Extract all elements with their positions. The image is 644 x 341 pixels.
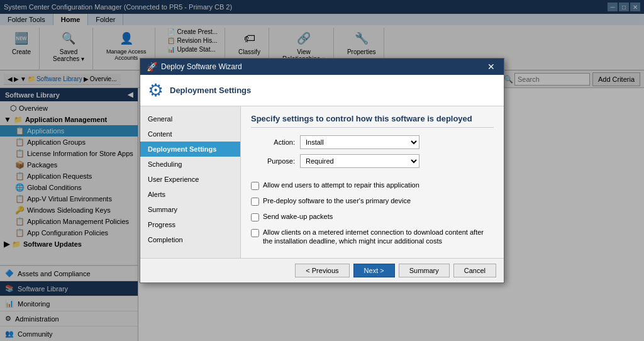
purpose-select[interactable]: Required Available — [300, 154, 419, 168]
checkbox-wakeup-label: Send wake-up packets — [263, 212, 333, 221]
checkbox-repair: Allow end users to attempt to repair thi… — [251, 179, 494, 191]
modal-nav-summary[interactable]: Summary — [140, 202, 240, 217]
modal-title: Deploy Software Wizard — [161, 62, 242, 71]
modal-main: Specify settings to control how this sof… — [241, 106, 504, 259]
modal-titlebar: 🚀 Deploy Software Wizard ✕ — [140, 59, 504, 75]
checkbox-repair-label: Allow end users to attempt to repair thi… — [263, 181, 419, 189]
modal-nav-progress[interactable]: Progress — [140, 217, 240, 232]
next-button[interactable]: Next > — [353, 264, 395, 277]
action-form-row: Action: Install Uninstall — [251, 135, 494, 149]
previous-button[interactable]: < Previous — [295, 264, 349, 277]
modal-nav-completion[interactable]: Completion — [140, 232, 240, 247]
checkbox-predeploy: Pre-deploy software to the user's primar… — [251, 195, 494, 207]
modal-close-button[interactable]: ✕ — [485, 62, 497, 72]
modal-body: General Content Deployment Settings Sche… — [140, 106, 504, 259]
cancel-button[interactable]: Cancel — [453, 264, 496, 277]
action-label: Action: — [251, 138, 295, 146]
checkbox-metered-label: Allow clients on a metered internet conn… — [263, 228, 494, 246]
checkbox-wakeup-input[interactable] — [251, 213, 259, 221]
purpose-form-row: Purpose: Required Available — [251, 154, 494, 168]
checkbox-wakeup: Send wake-up packets — [251, 211, 494, 223]
modal-header-title: Deployment Settings — [170, 86, 251, 95]
modal-nav-general[interactable]: General — [140, 111, 240, 126]
modal-nav: General Content Deployment Settings Sche… — [140, 106, 241, 259]
modal-footer: < Previous Next > Summary Cancel — [140, 258, 504, 282]
checkbox-metered: Allow clients on a metered internet conn… — [251, 226, 494, 247]
modal-header-strip: ⚙ Deployment Settings — [140, 75, 504, 106]
modal-nav-alerts[interactable]: Alerts — [140, 187, 240, 202]
modal-section-title: Specify settings to control how this sof… — [251, 114, 494, 128]
modal-overlay: 🚀 Deploy Software Wizard ✕ ⚙ Deployment … — [0, 0, 644, 341]
checkbox-predeploy-input[interactable] — [251, 198, 259, 206]
modal-nav-deployment-settings[interactable]: Deployment Settings — [140, 142, 240, 157]
checkbox-predeploy-label: Pre-deploy software to the user's primar… — [263, 196, 411, 205]
modal-nav-content[interactable]: Content — [140, 126, 240, 142]
checkbox-repair-input[interactable] — [251, 182, 259, 190]
modal-nav-scheduling[interactable]: Scheduling — [140, 157, 240, 172]
deploy-software-wizard: 🚀 Deploy Software Wizard ✕ ⚙ Deployment … — [140, 58, 504, 284]
action-select[interactable]: Install Uninstall — [300, 135, 419, 149]
modal-titlebar-content: 🚀 Deploy Software Wizard — [147, 62, 242, 72]
checkbox-metered-input[interactable] — [251, 229, 259, 237]
summary-button[interactable]: Summary — [399, 264, 450, 277]
wizard-icon: 🚀 — [147, 62, 157, 72]
modal-nav-user-experience[interactable]: User Experience — [140, 172, 240, 187]
modal-header-icon: ⚙ — [148, 80, 164, 101]
purpose-label: Purpose: — [251, 157, 295, 165]
